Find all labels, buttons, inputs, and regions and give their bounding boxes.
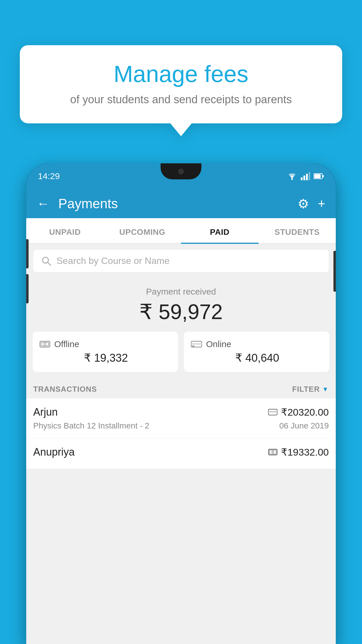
svg-rect-19	[269, 450, 276, 454]
status-bar: 14:29	[26, 163, 336, 189]
online-label: Online	[206, 339, 231, 349]
phone-frame: 14:29	[26, 163, 336, 644]
svg-rect-6	[314, 174, 321, 178]
svg-rect-7	[323, 175, 324, 177]
transaction-amount-row: ₹20320.00	[268, 406, 329, 418]
online-card: Online ₹ 40,640	[184, 332, 329, 372]
back-button[interactable]: ←	[37, 196, 50, 211]
transaction-amount: ₹19332.00	[281, 446, 329, 458]
online-card-header: Online	[191, 339, 322, 349]
transaction-detail: Physics Batch 12 Installment - 2	[33, 421, 149, 430]
speech-bubble: Manage fees of your students and send re…	[20, 45, 342, 123]
bubble-title: Manage fees	[37, 61, 325, 87]
offline-payment-icon	[40, 340, 50, 348]
svg-rect-15	[192, 346, 194, 346]
svg-rect-3	[306, 174, 308, 180]
tab-students[interactable]: STUDENTS	[259, 218, 336, 243]
tabs-bar: UNPAID UPCOMING PAID STUDENTS	[26, 218, 336, 244]
svg-rect-1	[301, 177, 303, 180]
online-icon	[268, 409, 277, 416]
filter-button[interactable]: FILTER ▼	[292, 385, 329, 394]
online-amount: ₹ 40,640	[191, 351, 322, 364]
transaction-amount-row: ₹19332.00	[268, 446, 329, 458]
wifi-icon	[287, 172, 297, 180]
payment-cards: Offline ₹ 19,332 Online	[26, 332, 336, 372]
transactions-header: TRANSACTIONS FILTER ▼	[26, 379, 336, 398]
settings-icon[interactable]: ⚙	[298, 196, 309, 211]
transaction-amount: ₹20320.00	[281, 406, 329, 418]
svg-point-12	[44, 343, 46, 345]
transaction-name: Arjun	[33, 406, 58, 418]
svg-rect-17	[268, 411, 277, 412]
payment-total-amount: ₹ 59,972	[26, 300, 336, 324]
transaction-row[interactable]: Arjun ₹20320.00 Physics Batch 12 Install…	[26, 398, 336, 438]
payment-received-label: Payment received	[26, 287, 336, 297]
filter-icon: ▼	[322, 386, 329, 393]
search-input[interactable]: Search by Course or Name	[57, 256, 170, 266]
tab-paid[interactable]: PAID	[181, 218, 259, 243]
offline-icon	[268, 449, 277, 456]
svg-rect-4	[309, 172, 310, 180]
transaction-row[interactable]: Anupriya ₹19332.00	[26, 438, 336, 469]
transaction-date: 06 June 2019	[279, 421, 329, 430]
svg-point-20	[272, 451, 274, 453]
svg-rect-14	[191, 343, 202, 345]
status-icons	[287, 172, 324, 180]
notch	[161, 163, 201, 179]
offline-label: Offline	[54, 339, 79, 349]
svg-rect-2	[303, 176, 305, 180]
offline-amount: ₹ 19,332	[40, 351, 171, 364]
payment-summary: Payment received ₹ 59,972 Offline	[26, 278, 336, 475]
svg-point-0	[291, 178, 293, 180]
tab-unpaid[interactable]: UNPAID	[26, 218, 104, 243]
offline-card: Offline ₹ 19,332	[33, 332, 178, 372]
transaction-top: Arjun ₹20320.00	[33, 406, 329, 418]
page-title: Payments	[58, 196, 289, 211]
bubble-subtitle: of your students and send receipts to pa…	[37, 93, 325, 106]
tab-upcoming[interactable]: UPCOMING	[104, 218, 181, 243]
svg-rect-10	[40, 341, 50, 347]
status-time: 14:29	[38, 171, 60, 181]
search-icon	[41, 256, 51, 266]
volume-down-button	[26, 274, 29, 303]
volume-up-button	[26, 239, 29, 268]
transactions-label: TRANSACTIONS	[33, 385, 97, 394]
transaction-top: Anupriya ₹19332.00	[33, 446, 329, 458]
camera	[178, 169, 184, 174]
add-icon[interactable]: +	[318, 196, 325, 211]
signal-icon	[301, 172, 310, 180]
power-button	[333, 251, 336, 292]
app-content: Search by Course or Name Payment receive…	[26, 244, 336, 644]
search-bar[interactable]: Search by Course or Name	[33, 250, 329, 272]
app-header: ← Payments ⚙ +	[26, 189, 336, 218]
battery-icon	[314, 173, 324, 179]
transaction-bottom: Physics Batch 12 Installment - 2 06 June…	[33, 421, 329, 430]
online-payment-icon	[191, 340, 202, 348]
transaction-name: Anupriya	[33, 446, 75, 458]
header-icons: ⚙ +	[298, 196, 325, 211]
offline-card-header: Offline	[40, 339, 171, 349]
svg-line-9	[48, 262, 51, 265]
